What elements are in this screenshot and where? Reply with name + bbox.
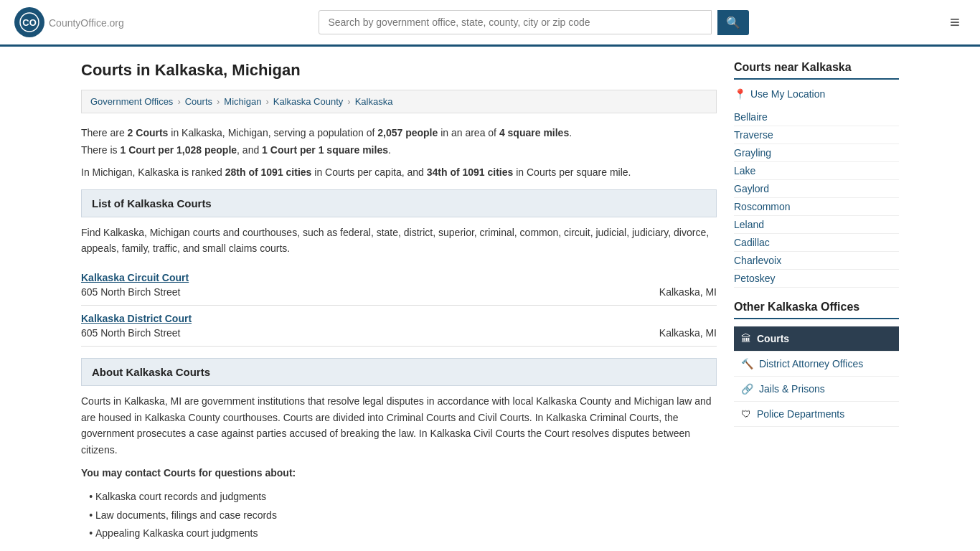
nearby-roscommon[interactable]: Roscommon — [734, 198, 899, 216]
list-item-3: Appealing Kalkaska court judgments — [95, 524, 717, 542]
breadcrumb: Government Offices › Courts › Michigan ›… — [81, 90, 717, 113]
logo-icon: CO — [14, 7, 44, 37]
svg-text:CO: CO — [22, 17, 37, 28]
nearby-traverse[interactable]: Traverse — [734, 126, 899, 144]
menu-icon[interactable]: ≡ — [944, 9, 966, 35]
search-area: 🔍 — [319, 10, 749, 35]
office-label-district-attorney[interactable]: District Attorney Offices — [759, 358, 863, 369]
search-icon: 🔍 — [726, 17, 740, 29]
logo-area: CO CountyOffice.org — [14, 7, 124, 37]
breadcrumb-gov-offices[interactable]: Government Offices — [90, 96, 173, 107]
nearby-cadillac[interactable]: Cadillac — [734, 234, 899, 252]
location-pin-icon: 📍 — [734, 88, 746, 100]
breadcrumb-michigan[interactable]: Michigan — [224, 96, 261, 107]
office-police[interactable]: 🛡 Police Departments — [734, 402, 899, 427]
court-city-2: Kalkaska, MI — [659, 327, 717, 339]
jails-icon: 🔗 — [741, 383, 753, 395]
bc-sep-4: › — [347, 96, 350, 107]
police-icon: 🛡 — [741, 408, 751, 420]
office-jails-prisons[interactable]: 🔗 Jails & Prisons — [734, 377, 899, 402]
court-address-1: 605 North Birch Street — [81, 286, 181, 298]
court-address-2: 605 North Birch Street — [81, 327, 181, 339]
list-item-2: Law documents, filings and case records — [95, 507, 717, 524]
nearby-gaylord[interactable]: Gaylord — [734, 180, 899, 198]
office-district-attorney[interactable]: 🔨 District Attorney Offices — [734, 352, 899, 377]
bc-sep-2: › — [217, 96, 220, 107]
court-name-2[interactable]: Kalkaska District Court — [81, 313, 717, 324]
content-area: Courts in Kalkaska, Michigan Government … — [81, 61, 717, 542]
logo-text[interactable]: CountyOffice.org — [49, 15, 124, 30]
other-offices-title: Other Kalkaska Offices — [734, 301, 899, 319]
nearby-leland[interactable]: Leland — [734, 216, 899, 234]
court-entry-2: Kalkaska District Court 605 North Birch … — [81, 306, 717, 347]
contact-list: Kalkaska court records and judgments Law… — [95, 488, 717, 542]
main-container: Courts in Kalkaska, Michigan Government … — [67, 47, 913, 551]
nearby-charlevoix[interactable]: Charlevoix — [734, 252, 899, 270]
court-entry-1: Kalkaska Circuit Court 605 North Birch S… — [81, 265, 717, 306]
bc-sep-1: › — [177, 96, 180, 107]
nearby-title: Courts near Kalkaska — [734, 61, 899, 80]
list-description: Find Kalkaska, Michigan courts and court… — [81, 225, 717, 257]
office-label-courts: Courts — [757, 333, 789, 344]
stats-paragraph: There are 2 Courts in Kalkaska, Michigan… — [81, 125, 717, 159]
office-courts[interactable]: 🏛 Courts — [734, 326, 899, 352]
court-details-1: 605 North Birch Street Kalkaska, MI — [81, 286, 717, 298]
court-city-1: Kalkaska, MI — [659, 286, 717, 298]
bc-sep-3: › — [265, 96, 268, 107]
court-details-2: 605 North Birch Street Kalkaska, MI — [81, 327, 717, 339]
contact-header: You may contact Courts for questions abo… — [81, 465, 717, 481]
nearby-lake[interactable]: Lake — [734, 162, 899, 180]
breadcrumb-city[interactable]: Kalkaska — [355, 96, 393, 107]
nearby-bellaire[interactable]: Bellaire — [734, 108, 899, 126]
nearby-petoskey[interactable]: Petoskey — [734, 270, 899, 288]
about-section-header: About Kalkaska Courts — [81, 358, 717, 386]
court-name-1[interactable]: Kalkaska Circuit Court — [81, 272, 717, 283]
district-attorney-icon: 🔨 — [741, 358, 753, 369]
sidebar: Courts near Kalkaska 📍 Use My Location B… — [734, 61, 899, 542]
office-label-police[interactable]: Police Departments — [757, 408, 844, 420]
rank-paragraph: In Michigan, Kalkaska is ranked 28th of … — [81, 166, 717, 178]
site-header: CO CountyOffice.org 🔍 ≡ — [0, 0, 980, 47]
use-location-link[interactable]: 📍 Use My Location — [734, 88, 899, 100]
office-label-jails[interactable]: Jails & Prisons — [759, 383, 825, 395]
about-paragraph: Courts in Kalkaska, MI are government in… — [81, 393, 717, 458]
courts-icon: 🏛 — [741, 333, 751, 344]
nearby-grayling[interactable]: Grayling — [734, 144, 899, 162]
breadcrumb-courts[interactable]: Courts — [185, 96, 212, 107]
page-title: Courts in Kalkaska, Michigan — [81, 61, 717, 80]
list-item-1: Kalkaska court records and judgments — [95, 488, 717, 506]
breadcrumb-county[interactable]: Kalkaska County — [273, 96, 344, 107]
search-button[interactable]: 🔍 — [717, 10, 749, 35]
search-input[interactable] — [319, 10, 712, 34]
list-section-header: List of Kalkaska Courts — [81, 189, 717, 217]
